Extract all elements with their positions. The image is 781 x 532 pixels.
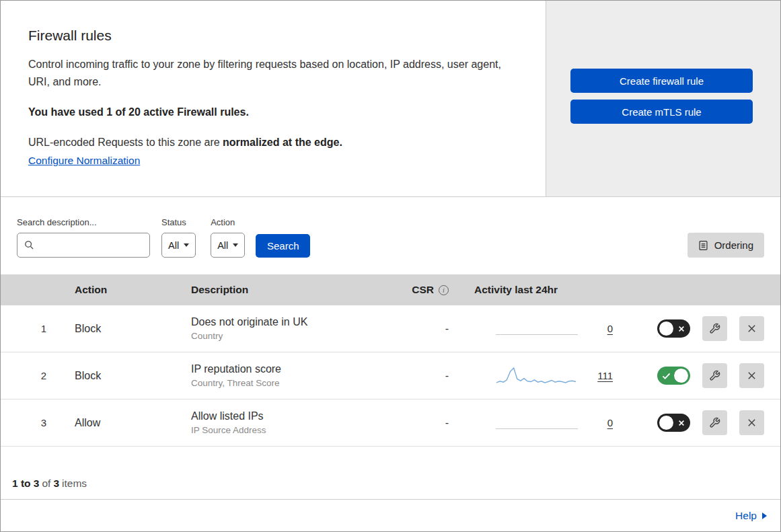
page-description: Control incoming traffic to your zone by… bbox=[28, 56, 519, 90]
help-link-label: Help bbox=[735, 510, 757, 522]
activity-count-link[interactable]: 0 bbox=[598, 417, 613, 428]
search-icon bbox=[24, 240, 34, 250]
items-of-text: of bbox=[42, 478, 50, 490]
status-filter-dropdown[interactable]: All bbox=[161, 233, 196, 258]
rule-description: IP reputation score bbox=[191, 363, 379, 375]
delete-rule-button[interactable] bbox=[739, 316, 764, 341]
activity-sparkline bbox=[495, 364, 577, 388]
activity-sparkline bbox=[496, 411, 578, 435]
activity-column-header: Activity last 24hr bbox=[463, 284, 622, 296]
rule-controls bbox=[622, 363, 780, 388]
help-link[interactable]: Help bbox=[735, 510, 767, 522]
cross-icon bbox=[678, 326, 685, 332]
rule-priority: 3 bbox=[1, 417, 61, 428]
rule-criteria: IP Source Address bbox=[191, 425, 379, 435]
items-total: 3 bbox=[53, 478, 59, 490]
page-header-section: Firewall rules Control incoming traffic … bbox=[1, 1, 780, 197]
pagination-summary: 1 to 3 of 3 items bbox=[1, 447, 780, 499]
ordering-button-label: Ordering bbox=[714, 239, 753, 251]
rule-action: Block bbox=[61, 370, 178, 382]
normalization-note: URL-encoded Requests to this zone are no… bbox=[28, 137, 519, 149]
rule-csr-value: - bbox=[379, 323, 463, 335]
rule-criteria: Country bbox=[191, 331, 379, 341]
rule-enabled-toggle[interactable] bbox=[657, 319, 690, 338]
rule-description-cell: Does not originate in UK Country bbox=[178, 316, 379, 341]
rule-activity-cell: 0 bbox=[463, 411, 622, 435]
table-row: 3 Allow Allow listed IPs IP Source Addre… bbox=[1, 400, 780, 447]
edit-rule-button[interactable] bbox=[702, 316, 727, 341]
action-column-header: Action bbox=[61, 284, 178, 296]
close-icon bbox=[747, 371, 757, 381]
arrow-right-icon bbox=[762, 512, 767, 519]
rule-description: Does not originate in UK bbox=[191, 316, 379, 328]
rule-description-cell: IP reputation score Country, Threat Scor… bbox=[178, 363, 379, 388]
status-filter-label: Status bbox=[161, 217, 196, 227]
rule-csr-value: - bbox=[379, 417, 463, 429]
rule-controls bbox=[622, 316, 780, 341]
activity-count-link[interactable]: 111 bbox=[597, 370, 613, 381]
toggle-knob bbox=[659, 416, 673, 430]
intro-card: Firewall rules Control incoming traffic … bbox=[1, 1, 546, 197]
table-row: 2 Block IP reputation score Country, Thr… bbox=[1, 352, 780, 400]
search-field: Search description... bbox=[17, 217, 150, 258]
items-range: 1 to 3 bbox=[12, 478, 39, 490]
close-icon bbox=[747, 418, 757, 428]
delete-rule-button[interactable] bbox=[739, 410, 764, 435]
configure-normalization-link[interactable]: Configure Normalization bbox=[28, 155, 140, 166]
create-mtls-rule-button[interactable]: Create mTLS rule bbox=[570, 100, 753, 124]
wrench-icon bbox=[709, 417, 720, 428]
cross-icon bbox=[678, 420, 685, 426]
rule-description-cell: Allow listed IPs IP Source Address bbox=[178, 410, 379, 435]
activity-sparkline bbox=[496, 317, 578, 341]
primary-actions: Create firewall rule Create mTLS rule bbox=[546, 1, 780, 197]
search-button[interactable]: Search bbox=[256, 234, 310, 258]
rule-priority: 2 bbox=[1, 370, 61, 381]
normalization-bold-text: normalized at the edge. bbox=[223, 137, 342, 148]
search-description-input[interactable] bbox=[39, 233, 144, 257]
check-icon bbox=[662, 372, 671, 379]
rule-description: Allow listed IPs bbox=[191, 410, 379, 422]
wrench-icon bbox=[709, 323, 720, 334]
rule-csr-value: - bbox=[379, 370, 463, 382]
rule-enabled-toggle[interactable] bbox=[657, 367, 690, 385]
table-row: 1 Block Does not originate in UK Country… bbox=[1, 305, 780, 352]
ordering-button[interactable]: Ordering bbox=[687, 233, 764, 258]
action-filter-field: Action All bbox=[211, 217, 245, 258]
delete-rule-button[interactable] bbox=[739, 363, 764, 388]
activity-count-link[interactable]: 0 bbox=[598, 323, 613, 334]
firewall-rules-page: Firewall rules Control incoming traffic … bbox=[0, 0, 781, 532]
chevron-down-icon bbox=[184, 243, 189, 247]
rule-action: Allow bbox=[61, 417, 178, 429]
action-filter-dropdown[interactable]: All bbox=[211, 233, 245, 258]
edit-rule-button[interactable] bbox=[702, 410, 727, 435]
edit-rule-button[interactable] bbox=[702, 363, 727, 388]
search-label: Search description... bbox=[17, 217, 150, 227]
rule-activity-cell: 0 bbox=[463, 317, 622, 341]
toggle-knob bbox=[659, 321, 673, 336]
csr-column-header: CSR i bbox=[379, 284, 463, 296]
search-input-wrapper bbox=[17, 233, 150, 258]
usage-summary: You have used 1 of 20 active Firewall ru… bbox=[28, 106, 519, 118]
rule-enabled-toggle[interactable] bbox=[657, 414, 690, 432]
rules-table-header: Action Description CSR i Activity last 2… bbox=[1, 274, 780, 305]
items-label: items bbox=[62, 478, 87, 490]
page-title: Firewall rules bbox=[28, 28, 519, 44]
info-icon[interactable]: i bbox=[439, 285, 449, 295]
normalization-text: URL-encoded Requests to this zone are bbox=[28, 137, 223, 148]
close-icon bbox=[747, 324, 757, 334]
status-filter-field: Status All bbox=[161, 217, 196, 258]
toggle-knob bbox=[674, 369, 688, 383]
action-filter-value: All bbox=[217, 240, 228, 251]
create-firewall-rule-button[interactable]: Create firewall rule bbox=[570, 69, 753, 93]
action-filter-label: Action bbox=[211, 217, 245, 227]
wrench-icon bbox=[709, 370, 720, 381]
status-filter-value: All bbox=[168, 240, 179, 251]
description-column-header: Description bbox=[178, 284, 379, 296]
rule-action: Block bbox=[61, 323, 178, 335]
filter-bar: Search description... Status All Action … bbox=[1, 197, 780, 274]
rule-activity-cell: 111 bbox=[463, 364, 622, 388]
rule-priority: 1 bbox=[1, 323, 61, 334]
rule-criteria: Country, Threat Score bbox=[191, 378, 379, 388]
chevron-down-icon bbox=[233, 243, 238, 247]
csr-header-label: CSR bbox=[412, 284, 434, 296]
